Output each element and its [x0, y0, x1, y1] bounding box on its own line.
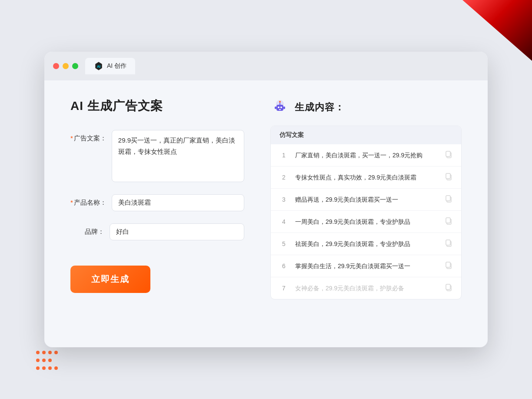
ad-copy-input[interactable] — [112, 130, 244, 182]
form-group-product-name: *产品名称： — [70, 194, 244, 211]
result-row-text: 掌握美白生活，29.9元美白淡斑霜买一送一 — [295, 262, 438, 271]
svg-point-10 — [279, 101, 281, 103]
window-buttons — [53, 63, 78, 69]
result-row-text: 一周美白，29.9元美白淡斑霜，专业护肤品 — [295, 217, 438, 226]
svg-rect-16 — [446, 196, 450, 201]
brand-label: 品牌： — [70, 223, 110, 236]
browser-tab[interactable]: AI AI 创作 — [85, 58, 135, 74]
form-group-ad-copy: *广告文案： — [70, 130, 244, 182]
result-row-number: 3 — [279, 196, 288, 203]
result-row: 6掌握美白生活，29.9元美白淡斑霜买一送一 — [271, 255, 461, 277]
minimize-button[interactable] — [63, 63, 69, 69]
svg-rect-5 — [283, 106, 285, 109]
product-name-required: * — [70, 199, 73, 206]
form-group-brand: 品牌： — [70, 223, 244, 240]
result-rows-container: 1厂家直销，美白淡斑霜，买一送一，29.9元抢购2专抹女性斑点，真实功效，29.… — [271, 144, 461, 299]
svg-rect-22 — [446, 262, 450, 267]
ad-copy-required: * — [70, 134, 73, 142]
copy-icon[interactable] — [445, 239, 452, 249]
tab-title-label: AI 创作 — [107, 62, 126, 70]
result-row-number: 4 — [279, 218, 288, 225]
svg-rect-14 — [446, 173, 450, 179]
copy-icon[interactable] — [445, 261, 452, 271]
svg-rect-8 — [279, 109, 281, 110]
copy-icon[interactable] — [445, 217, 452, 226]
page-title: AI 生成广告文案 — [70, 98, 244, 114]
copy-icon[interactable] — [445, 283, 452, 293]
svg-rect-20 — [446, 240, 450, 245]
result-row: 3赠品再送，29.9元美白淡斑霜买一送一 — [271, 189, 461, 211]
result-row-number: 6 — [279, 263, 288, 269]
product-name-input[interactable] — [112, 194, 244, 211]
result-row-number: 1 — [279, 152, 288, 159]
result-row: 2专抹女性斑点，真实功效，29.9元美白淡斑霜 — [271, 166, 461, 189]
result-table: 仿写文案 1厂家直销，美白淡斑霜，买一送一，29.9元抢购2专抹女性斑点，真实功… — [270, 126, 462, 299]
result-row-text: 专抹女性斑点，真实功效，29.9元美白淡斑霜 — [295, 173, 438, 182]
copy-icon[interactable] — [445, 173, 452, 182]
robot-icon — [270, 98, 289, 117]
result-row: 5祛斑美白，29.9元美白淡斑霜，专业护肤品 — [271, 233, 461, 255]
result-row-number: 2 — [279, 174, 288, 181]
result-table-header: 仿写文案 — [271, 126, 461, 144]
bg-dots-bottom-left — [35, 349, 59, 373]
svg-point-6 — [278, 106, 279, 108]
right-panel: 生成内容： 仿写文案 1厂家直销，美白淡斑霜，买一送一，29.9元抢购2专抹女性… — [270, 98, 462, 299]
maximize-button[interactable] — [72, 63, 78, 69]
ad-copy-label: *广告文案： — [70, 130, 112, 143]
close-button[interactable] — [53, 63, 59, 69]
browser-window: AI AI 创作 AI 生成广告文案 *广告文案： *产品名称： — [44, 52, 488, 347]
svg-rect-12 — [446, 151, 450, 156]
generate-button[interactable]: 立即生成 — [70, 266, 150, 293]
left-panel: AI 生成广告文案 *广告文案： *产品名称： 品牌： 立 — [70, 98, 244, 299]
svg-rect-24 — [446, 284, 450, 289]
result-row-number: 5 — [279, 240, 288, 247]
result-row-number: 7 — [279, 285, 288, 292]
copy-icon[interactable] — [445, 150, 452, 160]
product-name-label: *产品名称： — [70, 194, 112, 207]
result-row-text: 祛斑美白，29.9元美白淡斑霜，专业护肤品 — [295, 239, 438, 249]
result-title: 生成内容： — [295, 101, 345, 114]
svg-point-7 — [280, 106, 282, 108]
browser-titlebar: AI AI 创作 — [44, 52, 488, 80]
result-row-text: 女神必备，29.9元美白淡斑霜，护肤必备 — [295, 284, 438, 293]
result-header: 生成内容： — [270, 98, 462, 117]
result-row: 4一周美白，29.9元美白淡斑霜，专业护肤品 — [271, 211, 461, 233]
browser-content: AI 生成广告文案 *广告文案： *产品名称： 品牌： 立 — [44, 80, 488, 317]
result-row: 1厂家直销，美白淡斑霜，买一送一，29.9元抢购 — [271, 144, 461, 166]
svg-rect-4 — [275, 106, 276, 109]
svg-text:AI: AI — [97, 65, 100, 69]
copy-icon[interactable] — [445, 195, 452, 204]
result-row-text: 厂家直销，美白淡斑霜，买一送一，29.9元抢购 — [295, 151, 438, 160]
result-row-text: 赠品再送，29.9元美白淡斑霜买一送一 — [295, 195, 438, 204]
ai-tab-icon: AI — [94, 61, 103, 71]
result-row: 7女神必备，29.9元美白淡斑霜，护肤必备 — [271, 277, 461, 299]
svg-rect-18 — [446, 218, 450, 223]
brand-input[interactable] — [110, 223, 244, 240]
